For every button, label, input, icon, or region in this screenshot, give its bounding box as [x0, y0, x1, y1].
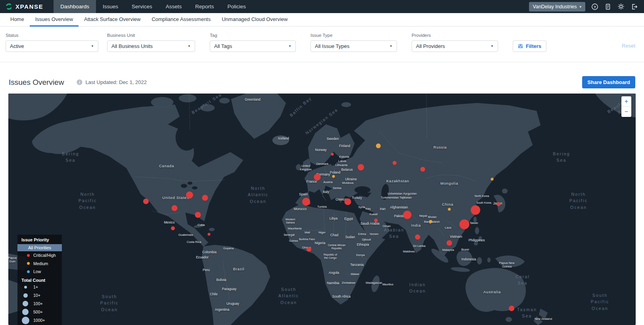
filter-value-tag: All Tags — [214, 43, 232, 49]
legend-priority-critical-high[interactable]: Critical/High — [17, 251, 62, 260]
issue-cluster-dot[interactable] — [307, 247, 311, 252]
filter-label-status: Status — [6, 33, 98, 38]
nav-item-assets[interactable]: Assets — [159, 0, 189, 13]
issue-cluster-dot[interactable] — [448, 208, 451, 211]
help-icon[interactable]: ? — [591, 3, 598, 10]
tab-unmanaged-cloud-overview[interactable]: Unmanaged Cloud Overview — [216, 13, 293, 27]
filter-select-tag[interactable]: All Tags▼ — [210, 40, 296, 52]
issue-cluster-dot[interactable] — [186, 191, 193, 199]
issue-cluster-dot[interactable] — [415, 235, 420, 240]
chevron-down-icon: ▼ — [91, 44, 94, 48]
issue-cluster-dot[interactable] — [171, 226, 175, 230]
count-dot-icon — [23, 301, 28, 306]
reset-filters-link[interactable]: Reset — [622, 43, 635, 49]
filter-select-issue-type[interactable]: All Issue Types▼ — [310, 40, 397, 52]
issue-cluster-dot[interactable] — [403, 211, 412, 219]
legend-count-label: 10+ — [33, 293, 40, 298]
count-dot-wrap — [17, 293, 33, 298]
issue-cluster-dot[interactable] — [460, 220, 470, 229]
issue-cluster-dot[interactable] — [496, 202, 500, 206]
issue-cluster-dot[interactable] — [172, 205, 178, 211]
gear-icon[interactable] — [617, 3, 625, 10]
legend-count-label: 1+ — [33, 285, 38, 289]
issue-cluster-dot[interactable] — [332, 175, 335, 178]
dashboard-tabbar: HomeIssues OverviewAttack Surface Overvi… — [0, 13, 644, 27]
issue-cluster-dot[interactable] — [420, 167, 425, 172]
count-dot-icon — [22, 317, 29, 324]
legend-priority-label: Critical/High — [33, 253, 56, 258]
legend-priority-medium[interactable]: Medium — [17, 260, 62, 268]
nav-item-services[interactable]: Services — [125, 0, 159, 13]
tab-home[interactable]: Home — [5, 13, 30, 27]
filter-value-providers: All Providers — [416, 43, 445, 49]
issue-cluster-dot[interactable] — [374, 219, 378, 222]
legend-count-1000: 1000+ — [17, 316, 62, 325]
count-dot-wrap — [17, 317, 33, 324]
filter-label-tag: Tag — [210, 33, 296, 38]
legend-count-title: Total Count — [17, 277, 62, 283]
issue-cluster-dot[interactable] — [393, 161, 397, 165]
count-dot-wrap — [17, 309, 33, 315]
count-dot-wrap — [17, 301, 33, 306]
filter-select-providers[interactable]: All Providers▼ — [412, 40, 498, 52]
filter-group-tag: TagAll Tags▼ — [210, 33, 296, 52]
issue-cluster-dot[interactable] — [447, 240, 452, 246]
issue-cluster-dot[interactable] — [208, 233, 211, 236]
legend-priority-low[interactable]: Low — [17, 268, 62, 276]
issue-cluster-dot[interactable] — [202, 195, 208, 201]
filter-select-business-unit[interactable]: All Business Units▼ — [107, 40, 195, 52]
account-switcher[interactable]: VanDelay Industries ▾ — [529, 2, 585, 11]
issue-cluster-dot[interactable] — [509, 306, 514, 311]
filters-button[interactable]: Filters — [513, 40, 546, 52]
nav-item-dashboards[interactable]: Dashboards — [54, 0, 96, 13]
issue-cluster-dot[interactable] — [143, 199, 149, 204]
svg-text:?: ? — [594, 4, 596, 9]
count-dot-icon — [22, 309, 29, 315]
nav-item-reports[interactable]: Reports — [188, 0, 220, 13]
count-dot-wrap — [17, 286, 33, 289]
logout-icon[interactable] — [631, 3, 638, 10]
issue-cluster-dot[interactable] — [314, 174, 321, 181]
map-zoom-control: + − — [621, 96, 631, 117]
issue-cluster-dot[interactable] — [471, 205, 480, 215]
primary-nav: DashboardsIssuesServicesAssetsReportsPol… — [54, 0, 253, 13]
issue-cluster-dot[interactable] — [195, 212, 201, 218]
filter-group-business-unit: Business UnitAll Business Units▼ — [107, 33, 195, 52]
legend-count-label: 100+ — [33, 301, 43, 306]
filter-value-issue-type: All Issue Types — [315, 43, 349, 49]
zoom-in-button[interactable]: + — [621, 96, 631, 107]
issue-cluster-dot[interactable] — [331, 153, 334, 156]
issue-cluster-dot[interactable] — [491, 178, 494, 181]
filter-label-providers: Providers — [412, 33, 498, 38]
priority-dot-icon — [27, 270, 30, 273]
priority-dot-icon — [27, 262, 30, 265]
last-updated-text: Last Updated: Dec 1, 2022 — [85, 79, 147, 85]
issue-cluster-dot[interactable] — [358, 164, 364, 170]
count-dot-icon — [23, 293, 28, 298]
legend-all-priorities[interactable]: All Priorities — [17, 244, 62, 251]
issue-cluster-dot[interactable] — [376, 143, 381, 148]
page-title: Issues Overview — [9, 78, 64, 87]
issue-cluster-dot[interactable] — [302, 198, 310, 206]
issues-world-map[interactable]: Bering SeaBeaufort SeaBaffin BayNorwegia… — [8, 94, 636, 325]
filter-select-status[interactable]: Active▼ — [6, 40, 98, 52]
filter-label-business-unit: Business Unit — [107, 33, 195, 38]
filter-value-business-unit: All Business Units — [111, 43, 153, 49]
nav-item-issues[interactable]: Issues — [96, 0, 125, 13]
issue-cluster-dot[interactable] — [345, 199, 351, 205]
filter-label-issue-type: Issue Type — [310, 33, 397, 38]
tab-issues-overview[interactable]: Issues Overview — [30, 13, 79, 27]
share-dashboard-button[interactable]: Share Dashboard — [582, 76, 635, 88]
legend-priority-label: Low — [33, 269, 41, 274]
legend-count-10: 10+ — [17, 291, 62, 300]
sliders-icon — [518, 44, 523, 49]
legend-priority-title: Issue Priority — [17, 237, 62, 243]
tab-compliance-assessments[interactable]: Compliance Assessments — [146, 13, 216, 27]
legend-count-label: 1000+ — [33, 318, 45, 323]
xpanse-logo: XPANSE — [0, 0, 54, 13]
docs-icon[interactable] — [604, 3, 611, 10]
zoom-out-button[interactable]: − — [621, 107, 631, 117]
tab-attack-surface-overview[interactable]: Attack Surface Overview — [79, 13, 146, 27]
nav-item-policies[interactable]: Policies — [221, 0, 253, 13]
issue-cluster-dot[interactable] — [429, 220, 432, 223]
